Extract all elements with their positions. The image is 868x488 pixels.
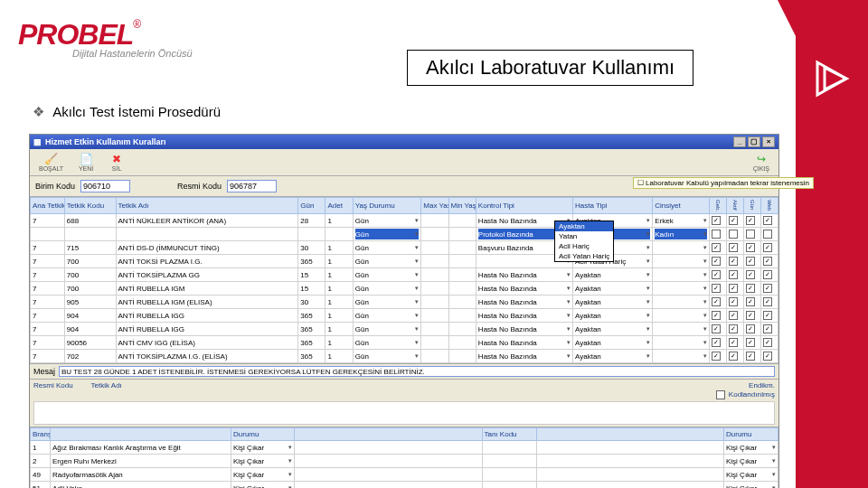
table-row[interactable]: 7700ANTİ TOKSİ PLAZMA I.G.3651Gün▾▾Acil … [31, 255, 778, 268]
logo-text: PROBEL [18, 18, 133, 51]
dropdown-option[interactable]: Acil Yatan Hariç [555, 251, 613, 261]
checkbox[interactable] [712, 284, 721, 293]
col-ad: Tetkik Adı [116, 198, 298, 214]
table-row[interactable]: 7715ANTİ DS-D (İMMUNCUT TİNG)301Gün▾Başv… [31, 241, 778, 255]
col-geb: Geb. [710, 198, 727, 214]
logo-subtitle: Dijital Hastanelerin Öncüsü [72, 48, 193, 59]
table-row[interactable]: 7702ANTİ TOKSİPLAZMA I.G. (ELİSA)3651Gün… [31, 350, 778, 363]
col-ktip: Kontrol Tipi [476, 198, 572, 214]
checkbox[interactable] [729, 352, 738, 361]
checkbox[interactable] [712, 257, 721, 266]
checkbox[interactable] [746, 216, 755, 225]
new-button[interactable]: 📄 YENİ [74, 152, 98, 173]
checkbox[interactable] [712, 311, 721, 320]
close-button[interactable]: × [762, 136, 775, 147]
kodlandi-label: Kodlandırılmış [729, 390, 775, 399]
resmi-input[interactable] [227, 180, 277, 192]
clear-button[interactable]: 🧹 BOŞALT [35, 152, 67, 173]
col-adet: Adet [326, 198, 353, 214]
checkbox[interactable] [746, 352, 755, 361]
info-hint-tooltip: ☐ Laboratuvar Kabulü yapılmadan tekrar i… [633, 177, 814, 189]
checkbox[interactable] [729, 311, 738, 320]
checkbox[interactable] [746, 257, 755, 266]
exit-button[interactable]: ↪ ÇIKIŞ [750, 152, 773, 173]
checkbox[interactable] [763, 338, 772, 347]
col-akt: Aktif [727, 198, 744, 214]
checkbox[interactable] [729, 324, 738, 333]
col-yasd: Yaş Durumu [353, 198, 421, 214]
table-row[interactable]: 7688ANTİ NÜKLEER ANTİKOR (ANA)281Gün▾Has… [31, 214, 778, 228]
window-title: Hizmet Etkin Kullanım Kuralları [45, 137, 166, 146]
col-max: Max Yaş [421, 198, 448, 214]
checkbox[interactable] [746, 324, 755, 333]
checkbox[interactable] [712, 324, 721, 333]
play-icon [812, 59, 852, 99]
brans-header-row: Branş Durumu Tanı Kodu Durumu [31, 428, 778, 441]
checkbox[interactable] [729, 338, 738, 347]
window-titlebar: ▦ Hizmet Etkin Kullanım Kuralları _ ▢ × [30, 135, 778, 149]
brans-row[interactable]: 51Adli VakaKişi Çıkar▾Kişi Çıkar▾ [31, 482, 778, 488]
app-icon: ▦ [33, 137, 42, 146]
checkbox[interactable] [712, 243, 721, 252]
table-row[interactable]: 7904ANTİ RUBELLA IGG3651Gün▾Hasta No Baz… [31, 309, 778, 323]
checkbox[interactable] [746, 311, 755, 320]
checkbox[interactable] [763, 257, 772, 266]
table-row[interactable]: 790056ANTİ CMV IGG (ELİSA)3651Gün▾Hasta … [31, 336, 778, 350]
checkbox[interactable] [763, 270, 772, 279]
mesaj-label: Mesaj [33, 367, 55, 376]
checkbox[interactable] [763, 311, 772, 320]
checkbox[interactable] [746, 297, 755, 306]
checkbox[interactable] [746, 338, 755, 347]
dropdown-option[interactable]: Acil Hariç [555, 241, 613, 251]
kodlandi-checkbox[interactable] [716, 390, 725, 399]
delete-button[interactable]: ✖ SİL [105, 152, 128, 173]
checkbox[interactable] [712, 338, 721, 347]
checkbox[interactable] [729, 284, 738, 293]
table-row[interactable]: 7904ANTİ RUBELLA IGG3651Gün▾Hasta No Baz… [31, 323, 778, 336]
checkbox-icon: ☐ [637, 179, 644, 187]
mesaj-input[interactable] [59, 366, 775, 377]
dropdown-option[interactable]: Yatan [555, 231, 613, 241]
checkbox[interactable] [729, 216, 738, 225]
checkbox[interactable] [746, 230, 755, 239]
diamond-bullet-icon: ❖ [33, 104, 44, 119]
checkbox[interactable] [763, 216, 772, 225]
checkbox[interactable] [712, 230, 721, 239]
checkbox[interactable] [763, 243, 772, 252]
checkbox[interactable] [729, 270, 738, 279]
checkbox[interactable] [746, 284, 755, 293]
checkbox[interactable] [746, 270, 755, 279]
checkbox[interactable] [746, 243, 755, 252]
table-row[interactable]: 7700ANTİ RUBELLA IGM151Gün▾Hasta No Bazı… [31, 282, 778, 296]
birim-input[interactable] [80, 180, 130, 192]
clear-icon: 🧹 [43, 153, 60, 165]
checkbox[interactable] [729, 257, 738, 266]
checkbox[interactable] [763, 230, 772, 239]
col-durum2: Durumu [724, 428, 778, 441]
checkbox[interactable] [729, 230, 738, 239]
brans-row[interactable]: 1Ağız Bırakması Kanlık Araştırma ve Eğit… [31, 441, 778, 455]
minimize-button[interactable]: _ [733, 136, 746, 147]
checkbox[interactable] [729, 243, 738, 252]
table-row[interactable]: 7690ANTİ NÜKLEER ANTİKOR (ANA)281Gün▾Pro… [31, 228, 778, 241]
checkbox[interactable] [763, 284, 772, 293]
col-gun: Gün [298, 198, 326, 214]
checkbox[interactable] [763, 324, 772, 333]
dropdown-option[interactable]: Ayaktan [555, 221, 613, 231]
checkbox[interactable] [763, 297, 772, 306]
checkbox[interactable] [712, 352, 721, 361]
checkbox[interactable] [712, 270, 721, 279]
page-title-box: Akılcı Laboratuvar Kullanımı [407, 50, 693, 86]
brans-row[interactable]: 2Ergen Ruhı MerkeziKişi Çıkar▾Kişi Çıkar… [31, 455, 778, 468]
maximize-button[interactable]: ▢ [748, 136, 760, 147]
table-row[interactable]: 7700ANTİ TOKSİPLAZMA GG151Gün▾Hasta No B… [31, 268, 778, 282]
checkbox[interactable] [729, 297, 738, 306]
table-row[interactable]: 7905ANTİ RUBELLA IGM (ELISA)301Gün▾Hasta… [31, 296, 778, 309]
brans-row[interactable]: 49Radyofarmasötik AjanKişi Çıkar▾Kişi Çı… [31, 468, 778, 482]
checkbox[interactable] [712, 216, 721, 225]
col-htip: Hasta Tipi [573, 198, 653, 214]
checkbox[interactable] [763, 352, 772, 361]
checkbox[interactable] [712, 297, 721, 306]
hasta-tipi-dropdown-open[interactable]: Ayaktan Yatan Acil Hariç Acil Yatan Hari… [554, 221, 614, 262]
col-web: Web [761, 198, 778, 214]
